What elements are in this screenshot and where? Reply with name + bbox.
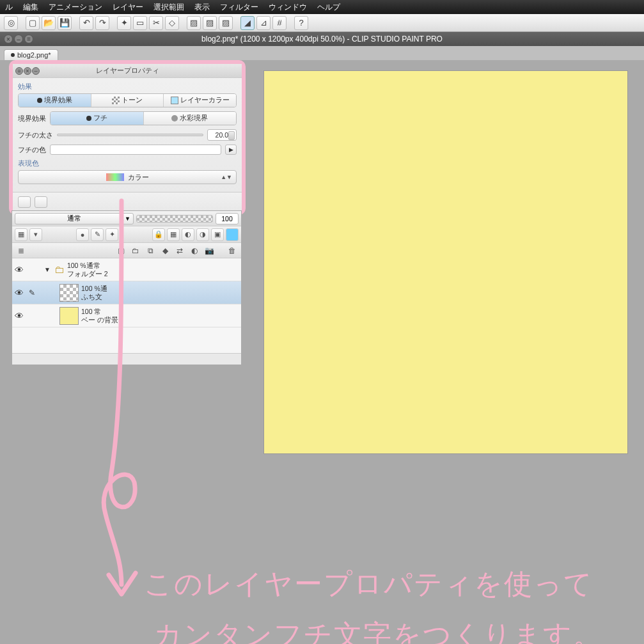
tab-bar: blog2.png* (0, 46, 644, 60)
window-buttons: × – = (4, 35, 33, 43)
tool4-icon[interactable]: ◇ (165, 16, 179, 30)
checker-icon (112, 97, 120, 104)
border-color-label: フチの色 (18, 145, 46, 155)
close-icon[interactable]: × (4, 35, 13, 43)
tool2-icon[interactable]: ▭ (133, 16, 147, 30)
snap1-icon[interactable]: ◢ (240, 16, 255, 30)
thickness-spinner[interactable]: 20.0 (207, 129, 237, 141)
snap2-icon[interactable]: ⊿ (256, 16, 271, 30)
annotation-text-line2: カンタンフチ文字をつくります。 (153, 617, 602, 644)
effect-tone-button[interactable]: トーン (91, 94, 164, 107)
new-icon[interactable]: ▢ (26, 16, 40, 30)
tool1-icon[interactable]: ✦ (117, 16, 131, 30)
document-title: blog2.png* (1200 x 1200px 400dpi 50.0%) … (201, 35, 443, 43)
tab-label: blog2.png* (17, 51, 51, 59)
border-effect-label: 境界効果 (18, 114, 46, 123)
menu-animation[interactable]: アニメーション (49, 2, 102, 13)
opacity-value[interactable]: 100 (216, 213, 239, 224)
main-menubar: ル 編集 アニメーション レイヤー 選択範囲 表示 フィルター ウィンドウ ヘル… (0, 0, 644, 14)
effect-layercolor-button[interactable]: レイヤーカラー (164, 94, 236, 107)
document-titlebar: × – = blog2.png* (1200 x 1200px 400dpi 5… (0, 32, 644, 46)
annotation-text-line1: このレイヤープロパティを使って (144, 565, 593, 603)
layer-thumb (59, 307, 79, 325)
edit-target-icon: ✎ (29, 288, 40, 297)
tool5-icon[interactable]: ▨ (187, 16, 201, 30)
redo-icon[interactable]: ↷ (95, 16, 109, 30)
visibility-icon[interactable]: 👁 (15, 265, 26, 275)
modified-dot-icon (11, 53, 15, 57)
expression-label: 表現色 (18, 159, 237, 168)
clipstudio-icon[interactable]: ◎ (4, 16, 18, 30)
swatch-icon (171, 97, 178, 104)
dot-icon (86, 116, 91, 121)
color-label-icon[interactable] (226, 228, 239, 241)
panel-menu-icon[interactable]: ≡ (15, 67, 23, 75)
zoom-icon[interactable]: = (24, 35, 33, 43)
dropdown-icon[interactable]: ▾ (29, 228, 42, 241)
workspace: ≡ × – レイヤープロパティ 効果 境界効果 トーン レイヤーカラー 境界効果… (0, 60, 644, 644)
menu-window[interactable]: ウィンドウ (269, 2, 307, 13)
open-icon[interactable]: 📂 (42, 16, 56, 30)
panel-titlebar: ≡ × – レイヤープロパティ (13, 64, 242, 78)
menu-help[interactable]: ヘルプ (317, 2, 340, 13)
fold-toggle-icon[interactable]: ▼ (43, 266, 52, 273)
layer-thumb (59, 284, 79, 302)
tool3-icon[interactable]: ✂ (149, 16, 163, 30)
border-watercolor-button[interactable]: 水彩境界 (144, 112, 237, 125)
menu-edit[interactable]: 編集 (23, 2, 38, 13)
updown-icon: ▲▼ (221, 174, 232, 180)
panel-collapse-icon[interactable]: – (32, 67, 40, 75)
panel-title: レイヤープロパティ (96, 66, 159, 75)
menu-file[interactable]: ル (5, 2, 13, 13)
ref3-icon[interactable]: ▣ (211, 228, 224, 241)
effect-section-label: 効果 (18, 82, 237, 91)
visibility-icon[interactable]: 👁 (15, 288, 26, 298)
checker-toggle-icon[interactable]: ▦ (15, 228, 27, 241)
minimize-icon[interactable]: – (14, 35, 23, 43)
annotation-arrow (77, 201, 205, 610)
save-icon[interactable]: 💾 (58, 16, 72, 30)
dot-icon (37, 98, 42, 103)
annotation-highlight-box: ≡ × – レイヤープロパティ 効果 境界効果 トーン レイヤーカラー 境界効果… (9, 60, 246, 215)
main-toolbar: ◎ ▢ 📂 💾 ↶ ↷ ✦ ▭ ✂ ◇ ▨ ▨ ▨ ◢ ⊿ # ? (0, 14, 644, 32)
color-picker-button[interactable]: ▶ (225, 145, 237, 155)
border-color-field[interactable] (50, 145, 221, 155)
menu-selection[interactable]: 選択範囲 (153, 2, 184, 13)
effect-tabs: 境界効果 トーン レイヤーカラー (18, 93, 237, 107)
thickness-label: フチの太さ (18, 130, 53, 140)
camera-icon[interactable]: 📷 (203, 245, 216, 256)
grid-icon[interactable]: # (272, 16, 287, 30)
folder-icon: 🗀 (54, 264, 65, 276)
menu-layer[interactable]: レイヤー (113, 2, 143, 13)
document-tab[interactable]: blog2.png* (4, 49, 58, 60)
canvas[interactable] (263, 70, 628, 454)
expression-combo[interactable]: カラー ▲▼ (18, 170, 237, 184)
undo-icon[interactable]: ↶ (79, 16, 93, 30)
layer-property-panel: ≡ × – レイヤープロパティ 効果 境界効果 トーン レイヤーカラー 境界効果… (13, 64, 242, 211)
menu-filter[interactable]: フィルター (220, 2, 258, 13)
trash-icon[interactable]: 🗑 (226, 245, 239, 256)
border-fuchi-button[interactable]: フチ (51, 112, 144, 125)
footer-btn2[interactable] (35, 196, 47, 208)
visibility-icon[interactable]: 👁 (15, 311, 26, 321)
menu-view[interactable]: 表示 (194, 2, 210, 13)
effect-border-button[interactable]: 境界効果 (19, 94, 91, 107)
stack-icon[interactable]: ≣ (15, 245, 27, 256)
rgb-swatch-icon (106, 173, 124, 181)
footer-btn1[interactable] (18, 196, 31, 208)
tool7-icon[interactable]: ▨ (219, 16, 233, 30)
panel-close-icon[interactable]: × (24, 67, 31, 75)
tool6-icon[interactable]: ▨ (203, 16, 217, 30)
circle-icon (171, 115, 178, 122)
help-icon[interactable]: ? (294, 16, 308, 30)
thickness-slider[interactable] (57, 134, 203, 136)
